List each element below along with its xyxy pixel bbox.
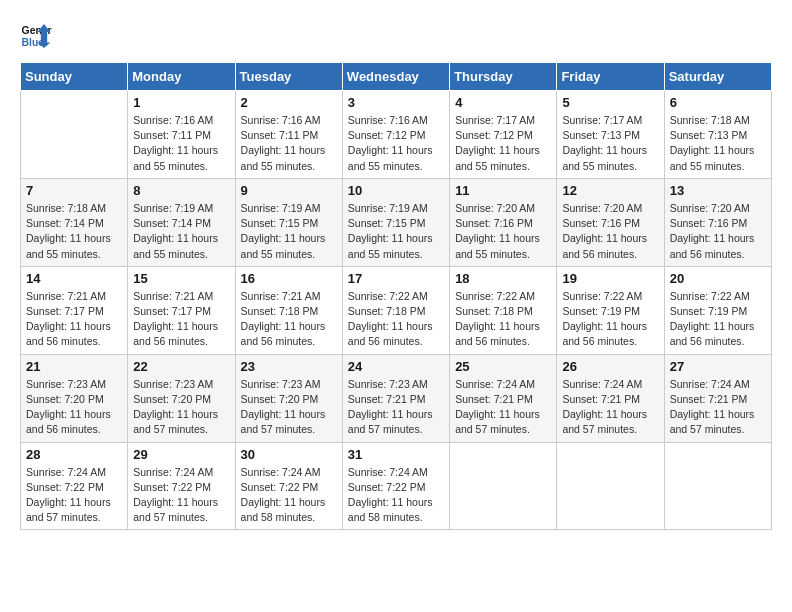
day-info: Sunrise: 7:17 AMSunset: 7:12 PMDaylight:… (455, 113, 551, 174)
day-cell: 4Sunrise: 7:17 AMSunset: 7:12 PMDaylight… (450, 91, 557, 179)
day-number: 22 (133, 359, 229, 374)
column-header-saturday: Saturday (664, 63, 771, 91)
day-info: Sunrise: 7:21 AMSunset: 7:18 PMDaylight:… (241, 289, 337, 350)
day-number: 13 (670, 183, 766, 198)
logo: General Blue (20, 20, 52, 52)
day-info: Sunrise: 7:23 AMSunset: 7:21 PMDaylight:… (348, 377, 444, 438)
day-number: 16 (241, 271, 337, 286)
page-header: General Blue (20, 20, 772, 52)
day-cell: 24Sunrise: 7:23 AMSunset: 7:21 PMDayligh… (342, 354, 449, 442)
day-number: 26 (562, 359, 658, 374)
calendar-table: SundayMondayTuesdayWednesdayThursdayFrid… (20, 62, 772, 530)
header-row: SundayMondayTuesdayWednesdayThursdayFrid… (21, 63, 772, 91)
day-number: 11 (455, 183, 551, 198)
day-number: 6 (670, 95, 766, 110)
day-info: Sunrise: 7:23 AMSunset: 7:20 PMDaylight:… (241, 377, 337, 438)
column-header-tuesday: Tuesday (235, 63, 342, 91)
day-info: Sunrise: 7:16 AMSunset: 7:11 PMDaylight:… (133, 113, 229, 174)
column-header-thursday: Thursday (450, 63, 557, 91)
day-cell: 22Sunrise: 7:23 AMSunset: 7:20 PMDayligh… (128, 354, 235, 442)
day-number: 3 (348, 95, 444, 110)
day-number: 31 (348, 447, 444, 462)
day-info: Sunrise: 7:24 AMSunset: 7:22 PMDaylight:… (133, 465, 229, 526)
day-number: 29 (133, 447, 229, 462)
day-number: 30 (241, 447, 337, 462)
day-number: 21 (26, 359, 122, 374)
column-header-friday: Friday (557, 63, 664, 91)
day-cell: 2Sunrise: 7:16 AMSunset: 7:11 PMDaylight… (235, 91, 342, 179)
day-cell: 6Sunrise: 7:18 AMSunset: 7:13 PMDaylight… (664, 91, 771, 179)
day-info: Sunrise: 7:22 AMSunset: 7:19 PMDaylight:… (670, 289, 766, 350)
day-cell: 11Sunrise: 7:20 AMSunset: 7:16 PMDayligh… (450, 178, 557, 266)
week-row-4: 21Sunrise: 7:23 AMSunset: 7:20 PMDayligh… (21, 354, 772, 442)
day-info: Sunrise: 7:16 AMSunset: 7:11 PMDaylight:… (241, 113, 337, 174)
day-number: 28 (26, 447, 122, 462)
day-info: Sunrise: 7:20 AMSunset: 7:16 PMDaylight:… (562, 201, 658, 262)
column-header-wednesday: Wednesday (342, 63, 449, 91)
day-info: Sunrise: 7:18 AMSunset: 7:13 PMDaylight:… (670, 113, 766, 174)
day-cell (450, 442, 557, 530)
day-info: Sunrise: 7:22 AMSunset: 7:18 PMDaylight:… (348, 289, 444, 350)
week-row-5: 28Sunrise: 7:24 AMSunset: 7:22 PMDayligh… (21, 442, 772, 530)
day-number: 14 (26, 271, 122, 286)
column-header-monday: Monday (128, 63, 235, 91)
day-info: Sunrise: 7:21 AMSunset: 7:17 PMDaylight:… (26, 289, 122, 350)
day-cell (664, 442, 771, 530)
day-info: Sunrise: 7:21 AMSunset: 7:17 PMDaylight:… (133, 289, 229, 350)
day-cell: 13Sunrise: 7:20 AMSunset: 7:16 PMDayligh… (664, 178, 771, 266)
day-number: 9 (241, 183, 337, 198)
day-info: Sunrise: 7:17 AMSunset: 7:13 PMDaylight:… (562, 113, 658, 174)
day-info: Sunrise: 7:22 AMSunset: 7:18 PMDaylight:… (455, 289, 551, 350)
day-info: Sunrise: 7:23 AMSunset: 7:20 PMDaylight:… (133, 377, 229, 438)
day-number: 2 (241, 95, 337, 110)
day-cell: 15Sunrise: 7:21 AMSunset: 7:17 PMDayligh… (128, 266, 235, 354)
day-cell: 29Sunrise: 7:24 AMSunset: 7:22 PMDayligh… (128, 442, 235, 530)
day-cell: 10Sunrise: 7:19 AMSunset: 7:15 PMDayligh… (342, 178, 449, 266)
day-cell: 26Sunrise: 7:24 AMSunset: 7:21 PMDayligh… (557, 354, 664, 442)
day-number: 8 (133, 183, 229, 198)
day-number: 17 (348, 271, 444, 286)
day-number: 5 (562, 95, 658, 110)
day-cell (557, 442, 664, 530)
day-number: 23 (241, 359, 337, 374)
day-number: 1 (133, 95, 229, 110)
day-cell: 9Sunrise: 7:19 AMSunset: 7:15 PMDaylight… (235, 178, 342, 266)
day-cell: 7Sunrise: 7:18 AMSunset: 7:14 PMDaylight… (21, 178, 128, 266)
day-cell: 5Sunrise: 7:17 AMSunset: 7:13 PMDaylight… (557, 91, 664, 179)
day-number: 19 (562, 271, 658, 286)
day-number: 12 (562, 183, 658, 198)
week-row-1: 1Sunrise: 7:16 AMSunset: 7:11 PMDaylight… (21, 91, 772, 179)
day-cell: 17Sunrise: 7:22 AMSunset: 7:18 PMDayligh… (342, 266, 449, 354)
day-cell: 1Sunrise: 7:16 AMSunset: 7:11 PMDaylight… (128, 91, 235, 179)
day-cell: 27Sunrise: 7:24 AMSunset: 7:21 PMDayligh… (664, 354, 771, 442)
day-cell: 25Sunrise: 7:24 AMSunset: 7:21 PMDayligh… (450, 354, 557, 442)
day-number: 10 (348, 183, 444, 198)
day-info: Sunrise: 7:16 AMSunset: 7:12 PMDaylight:… (348, 113, 444, 174)
day-info: Sunrise: 7:18 AMSunset: 7:14 PMDaylight:… (26, 201, 122, 262)
day-info: Sunrise: 7:24 AMSunset: 7:22 PMDaylight:… (26, 465, 122, 526)
day-info: Sunrise: 7:24 AMSunset: 7:21 PMDaylight:… (455, 377, 551, 438)
day-info: Sunrise: 7:20 AMSunset: 7:16 PMDaylight:… (455, 201, 551, 262)
day-info: Sunrise: 7:20 AMSunset: 7:16 PMDaylight:… (670, 201, 766, 262)
day-info: Sunrise: 7:19 AMSunset: 7:14 PMDaylight:… (133, 201, 229, 262)
day-cell: 18Sunrise: 7:22 AMSunset: 7:18 PMDayligh… (450, 266, 557, 354)
day-info: Sunrise: 7:23 AMSunset: 7:20 PMDaylight:… (26, 377, 122, 438)
day-info: Sunrise: 7:24 AMSunset: 7:21 PMDaylight:… (670, 377, 766, 438)
day-info: Sunrise: 7:19 AMSunset: 7:15 PMDaylight:… (241, 201, 337, 262)
day-cell: 12Sunrise: 7:20 AMSunset: 7:16 PMDayligh… (557, 178, 664, 266)
day-cell: 30Sunrise: 7:24 AMSunset: 7:22 PMDayligh… (235, 442, 342, 530)
day-cell: 3Sunrise: 7:16 AMSunset: 7:12 PMDaylight… (342, 91, 449, 179)
day-number: 27 (670, 359, 766, 374)
day-number: 25 (455, 359, 551, 374)
day-cell: 28Sunrise: 7:24 AMSunset: 7:22 PMDayligh… (21, 442, 128, 530)
day-number: 15 (133, 271, 229, 286)
day-cell: 31Sunrise: 7:24 AMSunset: 7:22 PMDayligh… (342, 442, 449, 530)
day-cell: 8Sunrise: 7:19 AMSunset: 7:14 PMDaylight… (128, 178, 235, 266)
day-number: 18 (455, 271, 551, 286)
week-row-2: 7Sunrise: 7:18 AMSunset: 7:14 PMDaylight… (21, 178, 772, 266)
day-number: 24 (348, 359, 444, 374)
day-cell: 20Sunrise: 7:22 AMSunset: 7:19 PMDayligh… (664, 266, 771, 354)
column-header-sunday: Sunday (21, 63, 128, 91)
day-number: 20 (670, 271, 766, 286)
day-number: 7 (26, 183, 122, 198)
